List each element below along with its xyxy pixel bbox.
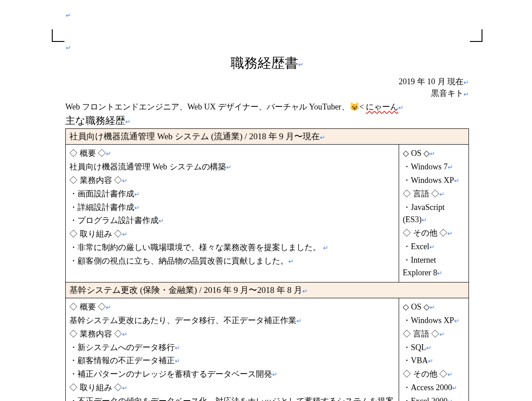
list-item: ・Windows 7↵: [403, 161, 465, 173]
title-text: 職務経歴書: [231, 55, 298, 70]
pilcrow-mark: ↵: [298, 61, 304, 68]
effort-label: ◇ 取り組み ◇↵: [69, 228, 395, 241]
project-left-cell: ◇ 概要 ◇↵ 基幹システム更改にあたり、データ移行、不正データ補正作業↵ ◇ …: [66, 298, 399, 401]
overview-label: ◇ 概要 ◇↵: [69, 301, 395, 314]
pilcrow-mark: ↵: [320, 134, 325, 141]
list-item: ・詳細設計書作成↵: [69, 201, 395, 214]
project-title: 社員向け機器流通管理 Web システム (流通業) / 2018 年 9 月〜現…: [69, 132, 320, 141]
other-label: ◇ その他 ◇↵: [403, 368, 465, 381]
page-title: 職務経歴書↵: [65, 54, 469, 73]
list-item: ・プログラム設計書作成↵: [69, 214, 395, 227]
date-text: 2019 年 10 月 現在: [399, 77, 464, 86]
list-item: ・顧客情報の不正データ補正↵: [69, 355, 395, 367]
squiggle-text: にゃーん: [366, 102, 398, 111]
project-body-row: ◇ 概要 ◇↵ 社員向け機器流通管理 Web システムの構築↵ ◇ 業務内容 ◇…: [66, 145, 469, 283]
list-item: ・SQL↵: [403, 342, 465, 354]
section-heading-text: 主な職務経歴: [65, 115, 125, 126]
document-page: 職務経歴書↵ 2019 年 10 月 現在↵ 黒音キト↵ Web フロントエンド…: [0, 0, 532, 401]
list-item: ・新システムへのデータ移行↵: [69, 342, 395, 354]
role-prefix: Web フロントエンドエンジニア、Web UX デザイナー、バーチャル YouT…: [65, 102, 350, 111]
project-body-row: ◇ 概要 ◇↵ 基幹システム更改にあたり、データ移行、不正データ補正作業↵ ◇ …: [66, 298, 469, 401]
role-line: Web フロントエンドエンジニア、Web UX デザイナー、バーチャル YouT…: [65, 101, 469, 112]
project-right-cell: ◇ OS ◇↵ ・Windows XP↵ ◇ 言語 ◇↵ ・SQL↵ ・VBA↵…: [399, 298, 469, 401]
os-label: ◇ OS ◇↵: [403, 147, 465, 160]
list-item: ・Internet Explorer 8↵: [403, 254, 465, 279]
os-label: ◇ OS ◇↵: [403, 301, 465, 314]
work-label: ◇ 業務内容 ◇↵: [69, 174, 395, 187]
pilcrow-mark: ↵: [398, 104, 404, 111]
list-item: ・補正パターンのナレッジを蓄積するデータベース開発↵: [69, 368, 395, 381]
effort-label: ◇ 取り組み ◇↵: [69, 382, 395, 394]
project-right-cell: ◇ OS ◇↵ ・Windows 7↵ ・Windows XP↵ ◇ 言語 ◇↵…: [399, 145, 469, 283]
pilcrow-mark: ↵: [125, 118, 131, 125]
lang-label: ◇ 言語 ◇↵: [403, 188, 465, 200]
name-text: 黒音キト: [431, 89, 464, 98]
project-table: 社員向け機器流通管理 Web システム (流通業) / 2018 年 9 月〜現…: [65, 128, 469, 401]
list-item: ・VBA↵: [403, 355, 465, 367]
list-item: ・不正データの傾向をデータベース化、対応法をナレッジとして蓄積するシステムを提案…: [69, 395, 395, 401]
date-line: 2019 年 10 月 現在↵: [65, 76, 469, 87]
other-label: ◇ その他 ◇↵: [403, 227, 465, 240]
overview-text: 社員向け機器流通管理 Web システムの構築↵: [69, 161, 395, 173]
project-title-cell: 基幹システム更改 (保険・金融業) / 2016 年 9 月〜2018 年 8 …: [66, 282, 469, 298]
pilcrow-mark: ↵: [464, 79, 469, 86]
list-item: ・Excel 2000↵: [403, 395, 465, 401]
list-item: ・Excel↵: [403, 241, 465, 253]
work-label: ◇ 業務内容 ◇↵: [69, 328, 395, 341]
list-item: ・JavaScript (ES3)↵: [403, 201, 465, 227]
overview-text: 基幹システム更改にあたり、データ移行、不正データ補正作業↵: [69, 314, 395, 327]
role-mid: <: [359, 102, 366, 111]
project-title: 基幹システム更改 (保険・金融業) / 2016 年 9 月〜2018 年 8 …: [69, 285, 302, 295]
project-title-cell: 社員向け機器流通管理 Web システム (流通業) / 2018 年 9 月〜現…: [66, 129, 469, 145]
list-item: ・画面設計書作成↵: [69, 188, 395, 200]
pilcrow-mark: ↵: [464, 91, 469, 98]
list-item: ・顧客側の視点に立ち、納品物の品質改善に貢献しました。↵: [69, 255, 395, 268]
list-item: ・非常に制約の厳しい職場環境で、様々な業務改善を提案しました。 ↵: [69, 242, 395, 254]
list-item: ・Access 2000↵: [403, 382, 465, 394]
cat-emoji-icon: 😺: [350, 102, 359, 111]
list-item: ・Windows XP↵: [403, 174, 465, 187]
author-name: 黒音キト↵: [65, 88, 469, 99]
section-heading: 主な職務経歴↵: [65, 114, 469, 128]
pilcrow-mark: ↵: [302, 287, 308, 295]
project-left-cell: ◇ 概要 ◇↵ 社員向け機器流通管理 Web システムの構築↵ ◇ 業務内容 ◇…: [66, 145, 399, 283]
project-header-row: 基幹システム更改 (保険・金融業) / 2016 年 9 月〜2018 年 8 …: [66, 282, 469, 298]
overview-label: ◇ 概要 ◇↵: [69, 147, 395, 160]
list-item: ・Windows XP↵: [403, 314, 465, 327]
project-header-row: 社員向け機器流通管理 Web システム (流通業) / 2018 年 9 月〜現…: [66, 129, 469, 145]
lang-label: ◇ 言語 ◇↵: [403, 328, 465, 341]
